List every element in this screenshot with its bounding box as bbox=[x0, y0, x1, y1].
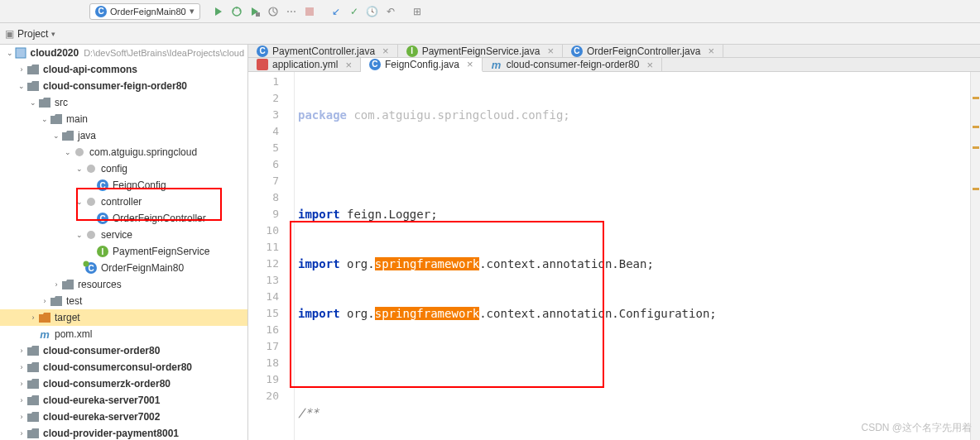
tree-item-test[interactable]: ›test bbox=[0, 293, 247, 309]
tree-item-label: service bbox=[101, 229, 132, 241]
tree-item-cloud-eureka-server7001[interactable]: ›cloud-eureka-server7001 bbox=[0, 392, 247, 409]
svg-point-12 bbox=[84, 261, 89, 266]
tree-item-com-atguigu-springcloud[interactable]: ⌄com.atguigu.springcloud bbox=[0, 144, 247, 160]
tree-item-cloud-consumerzk-order80[interactable]: ›cloud-consumerzk-order80 bbox=[0, 375, 247, 392]
tree-item-resources[interactable]: ›resources bbox=[0, 276, 247, 293]
editor-tab-feignconfig-java[interactable]: CFeignConfig.java× bbox=[361, 58, 483, 72]
line-number: 10 bbox=[248, 222, 279, 239]
tree-item-cloud-consumer-order80[interactable]: ›cloud-consumer-order80 bbox=[0, 342, 247, 359]
tree-item-controller[interactable]: ⌄controller bbox=[0, 194, 247, 210]
git-update-button[interactable]: ↙ bbox=[328, 3, 344, 20]
editor-tabs-row2: application.yml×CFeignConfig.java×mcloud… bbox=[248, 58, 980, 72]
tree-item-pom-xml[interactable]: mpom.xml bbox=[0, 326, 247, 342]
editor-tab-paymentcontroller-java[interactable]: CPaymentController.java× bbox=[248, 45, 398, 57]
tree-item-label: pom.xml bbox=[55, 328, 92, 340]
expand-icon[interactable]: › bbox=[17, 380, 26, 388]
tree-item-java[interactable]: ⌄java bbox=[0, 127, 247, 144]
tree-item-cloud-consumerconsul-order80[interactable]: ›cloud-consumerconsul-order80 bbox=[0, 359, 247, 375]
line-number: 7 bbox=[248, 173, 279, 189]
tree-item-label: OrderFeignController bbox=[113, 213, 206, 224]
stop-button[interactable] bbox=[301, 3, 318, 20]
line-number: 19 bbox=[248, 371, 279, 388]
expand-icon[interactable]: ⌄ bbox=[40, 115, 50, 123]
warning-marker[interactable] bbox=[973, 188, 979, 190]
tree-item-label: PaymentFeignService bbox=[113, 246, 209, 257]
class-icon: C bbox=[96, 212, 109, 225]
close-icon[interactable]: × bbox=[646, 59, 653, 71]
attach-button[interactable]: ⋯ bbox=[283, 3, 300, 20]
expand-icon[interactable]: › bbox=[17, 65, 26, 74]
close-icon[interactable]: × bbox=[382, 45, 389, 57]
git-commit-button[interactable]: ✓ bbox=[346, 3, 363, 20]
expand-icon[interactable]: › bbox=[40, 297, 50, 305]
tree-item-feignconfig[interactable]: CFeignConfig bbox=[0, 177, 247, 194]
git-history-button[interactable]: 🕓 bbox=[364, 3, 381, 20]
expand-icon[interactable]: ⌄ bbox=[17, 82, 26, 90]
run-config-selector[interactable]: C OrderFeignMain80 ▾ bbox=[89, 3, 200, 20]
warning-marker[interactable] bbox=[973, 97, 979, 99]
tab-label: PaymentController.java bbox=[272, 45, 375, 57]
tree-item-label: OrderFeignMain80 bbox=[101, 262, 184, 274]
warning-marker[interactable] bbox=[973, 126, 979, 128]
expand-icon[interactable]: ⌄ bbox=[74, 198, 84, 206]
expand-icon[interactable]: ⌄ bbox=[28, 98, 38, 107]
profile-button[interactable] bbox=[265, 3, 281, 20]
maven-icon: m bbox=[491, 59, 502, 70]
tree-item-main[interactable]: ⌄main bbox=[0, 111, 247, 127]
warning-marker[interactable] bbox=[973, 146, 979, 149]
editor-tab-paymentfeignservice-java[interactable]: IPaymentFeignService.java× bbox=[398, 45, 563, 57]
expand-icon[interactable]: › bbox=[51, 280, 61, 289]
expand-icon[interactable]: ⌄ bbox=[74, 165, 84, 173]
tree-item-cloud-api-commons[interactable]: ›cloud-api-commons bbox=[0, 61, 247, 78]
editor-tab-application-yml[interactable]: application.yml× bbox=[248, 58, 361, 71]
tree-item-label: java bbox=[78, 130, 96, 141]
line-gutter: 1234567891011121314151617181920 bbox=[248, 72, 295, 440]
tree-item-service[interactable]: ⌄service bbox=[0, 227, 247, 243]
expand-icon[interactable]: › bbox=[17, 363, 26, 371]
tree-item-label: cloud-consumerconsul-order80 bbox=[43, 361, 192, 373]
editor-tab-orderfeigncontroller-java[interactable]: COrderFeignController.java× bbox=[563, 45, 723, 57]
expand-icon[interactable]: › bbox=[28, 313, 38, 322]
tree-item-cloud-provider-payment8001[interactable]: ›cloud-provider-payment8001 bbox=[0, 425, 247, 440]
expand-icon[interactable]: › bbox=[17, 396, 26, 404]
tree-item-config[interactable]: ⌄config bbox=[0, 160, 247, 177]
tree-item-paymentfeignservice[interactable]: IPaymentFeignService bbox=[0, 243, 247, 260]
git-revert-button[interactable]: ↶ bbox=[382, 3, 399, 20]
right-marker-gutter[interactable] bbox=[970, 72, 980, 440]
expand-icon[interactable]: › bbox=[17, 429, 26, 438]
editor-tab-cloud-consumer-feign-order80[interactable]: mcloud-consumer-feign-order80× bbox=[483, 58, 662, 71]
close-icon[interactable]: × bbox=[708, 45, 714, 57]
project-tree[interactable]: ⌄ cloud2020 D:\devSoft\JetBrains\IdeaPro… bbox=[0, 45, 248, 440]
coverage-button[interactable] bbox=[247, 3, 263, 20]
tree-item-cloud-consumer-feign-order80[interactable]: ⌄cloud-consumer-feign-order80 bbox=[0, 78, 247, 94]
tree-item-cloud-eureka-server7002[interactable]: ›cloud-eureka-server7002 bbox=[0, 409, 247, 425]
folder-target-icon bbox=[38, 311, 51, 324]
structure-button[interactable]: ⊞ bbox=[409, 3, 425, 20]
folder-icon bbox=[26, 344, 40, 357]
expand-icon[interactable]: ⌄ bbox=[74, 231, 84, 239]
tree-item-src[interactable]: ⌄src bbox=[0, 94, 247, 111]
debug-button[interactable] bbox=[228, 3, 245, 20]
expand-icon[interactable]: › bbox=[17, 413, 26, 421]
folder-icon bbox=[50, 112, 63, 126]
tree-item-target[interactable]: ›target bbox=[0, 309, 247, 326]
close-icon[interactable]: × bbox=[547, 45, 554, 57]
class-icon: C bbox=[369, 59, 381, 70]
class-icon: C bbox=[257, 45, 268, 57]
tree-root[interactable]: ⌄ cloud2020 D:\devSoft\JetBrains\IdeaPro… bbox=[0, 45, 247, 61]
folder-src-icon bbox=[61, 129, 74, 142]
close-icon[interactable]: × bbox=[345, 59, 352, 71]
expand-icon[interactable]: ⌄ bbox=[5, 49, 14, 57]
tree-item-orderfeignmain80[interactable]: COrderFeignMain80 bbox=[0, 260, 247, 276]
expand-icon[interactable]: ⌄ bbox=[63, 148, 73, 156]
run-config-label: OrderFeignMain80 bbox=[110, 7, 186, 17]
expand-icon[interactable]: › bbox=[17, 347, 26, 355]
view-mode-dropdown[interactable]: ▾ bbox=[51, 30, 55, 38]
close-icon[interactable]: × bbox=[467, 58, 473, 70]
tree-item-orderfeigncontroller[interactable]: COrderFeignController bbox=[0, 210, 247, 227]
folder-res-icon bbox=[61, 278, 74, 291]
run-button[interactable] bbox=[210, 3, 227, 20]
editor-area: CPaymentController.java×IPaymentFeignSer… bbox=[248, 45, 980, 440]
expand-icon[interactable]: ⌄ bbox=[51, 132, 61, 140]
code-content[interactable]: packagepackage com.atguigu.springcloud.c… bbox=[295, 72, 970, 440]
